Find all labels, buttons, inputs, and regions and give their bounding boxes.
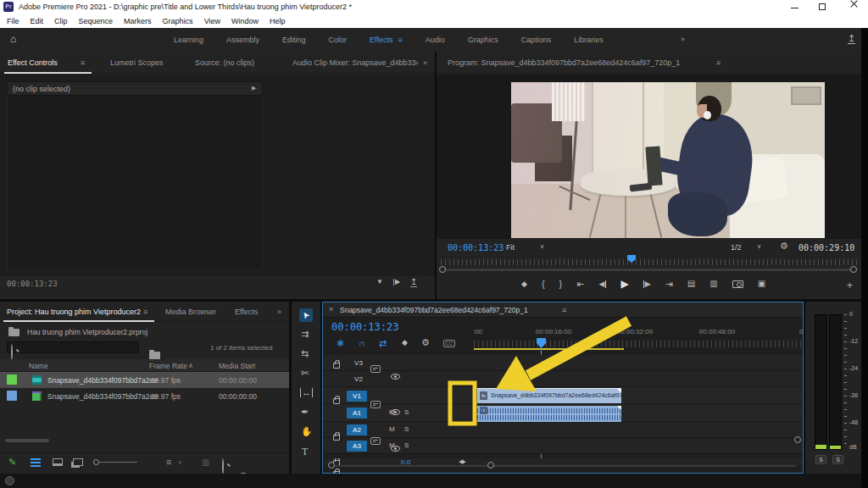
track-visibility-icon[interactable] xyxy=(391,374,400,380)
project-bin-icon[interactable] xyxy=(8,329,19,336)
video-clip[interactable]: fx Snapsave_d4bb334f097bbd7a2ee68ed424c6… xyxy=(477,388,621,403)
tab-learning[interactable]: Learning xyxy=(174,36,203,44)
captions-icon[interactable]: CC xyxy=(443,340,455,347)
track-a3-label[interactable]: A3 xyxy=(347,441,367,452)
type-tool-icon[interactable]: T xyxy=(302,446,308,457)
column-media-start[interactable]: Media Start xyxy=(219,362,255,370)
track-a2-label[interactable]: A2 xyxy=(347,424,367,435)
tab-effect-controls[interactable]: Effect Controls xyxy=(8,58,58,67)
creative-cloud-icon[interactable] xyxy=(5,476,14,485)
menu-view[interactable]: View xyxy=(204,17,220,25)
project-overflow-icon[interactable]: » xyxy=(277,308,281,316)
item-name[interactable]: Snapsave_d4bb334f097bbd7a2ee xyxy=(47,392,158,401)
pen-tool-icon[interactable]: ✒ xyxy=(301,408,309,417)
solo-button[interactable]: S xyxy=(404,408,409,416)
item-name[interactable]: Snapsave_d4bb334f097bbd7a2ee xyxy=(47,376,158,385)
selection-tool[interactable]: ➤ xyxy=(299,308,313,322)
nest-toggle-icon[interactable]: ❄ xyxy=(337,338,344,349)
audio-clip[interactable]: fx xyxy=(477,406,621,422)
tab-source[interactable]: Source: (no clips) xyxy=(195,58,254,67)
sort-icons-icon[interactable]: ≡ xyxy=(166,457,171,467)
project-hscrollbar[interactable] xyxy=(5,439,49,442)
solo-right-button[interactable]: S xyxy=(832,455,843,464)
keyframe-nav-icon[interactable]: ◀▶ xyxy=(459,458,465,465)
menu-help[interactable]: Help xyxy=(270,17,286,25)
export-frame-camera-icon[interactable] xyxy=(732,280,743,288)
mute-button[interactable]: M xyxy=(389,408,395,416)
list-view-icon[interactable] xyxy=(31,458,41,467)
timeline-tab-close-icon[interactable]: × xyxy=(329,305,333,313)
master-level-value[interactable]: 0.0 xyxy=(401,458,410,465)
hand-tool-icon[interactable]: ✋ xyxy=(301,427,313,436)
tab-effects[interactable]: Effects xyxy=(370,36,392,44)
twirl-arrow-icon[interactable]: ▶ xyxy=(252,85,256,92)
menu-graphics[interactable]: Graphics xyxy=(163,17,193,25)
program-ruler[interactable] xyxy=(441,259,857,265)
restore-button[interactable] xyxy=(819,3,826,10)
timeline-scroll-handle-mid[interactable] xyxy=(487,462,494,469)
program-scroll-handle-right[interactable] xyxy=(850,266,857,273)
minimize-button[interactable] xyxy=(791,8,798,8)
tab-graphics[interactable]: Graphics xyxy=(468,36,498,44)
writable-icon[interactable]: ✎ xyxy=(8,457,16,468)
step-back-icon[interactable]: ◀ xyxy=(599,280,607,288)
timeline-hscrollbar[interactable] xyxy=(330,465,796,467)
play-button-icon[interactable]: ▶ xyxy=(620,279,628,289)
solo-left-button[interactable]: S xyxy=(815,455,826,464)
program-settings-icon[interactable]: ⚙ xyxy=(780,241,788,251)
program-scroll-handle-left[interactable] xyxy=(439,266,446,273)
zoom-slider[interactable] xyxy=(95,462,137,463)
solo-button[interactable]: S xyxy=(404,425,409,433)
freeform-view-icon[interactable] xyxy=(73,458,83,466)
tab-color[interactable]: Color xyxy=(329,36,348,44)
menu-window[interactable]: Window xyxy=(231,17,259,25)
snap-toggle-icon[interactable]: ∩ xyxy=(359,338,365,348)
track-v1-label[interactable]: V1 xyxy=(347,391,367,402)
mute-button[interactable]: M xyxy=(389,425,395,433)
search-in-bin-icon[interactable] xyxy=(149,352,160,359)
timeline-tab-label[interactable]: Snapsave_d4bb334f097bbd7a2ee68ed424c6af9… xyxy=(340,306,528,314)
project-menu-icon[interactable]: ≡ xyxy=(143,308,147,316)
sort-ascending-icon[interactable]: ∧ xyxy=(188,362,193,369)
effect-controls-menu-icon[interactable]: ≡ xyxy=(81,58,85,67)
track-v3-label[interactable]: V3 xyxy=(350,359,367,367)
panel-overflow-icon[interactable]: » xyxy=(423,58,427,67)
timeline-menu-icon[interactable]: ≡ xyxy=(562,306,566,314)
tab-media-browser[interactable]: Media Browser xyxy=(165,308,216,316)
go-to-out-icon[interactable]: ⇥ xyxy=(665,280,673,289)
add-marker-icon[interactable]: ◆ xyxy=(521,280,527,288)
work-area-bar[interactable] xyxy=(474,348,624,350)
track-lock-icon[interactable] xyxy=(333,435,340,441)
mark-in-icon[interactable]: { xyxy=(542,280,545,289)
timeline-scroll-handle-left[interactable] xyxy=(328,462,335,469)
project-search-input[interactable] xyxy=(7,341,139,353)
icon-view-icon[interactable] xyxy=(53,458,63,466)
program-timecode[interactable]: 00:00:13:23 xyxy=(448,243,504,252)
timeline-vscroll-handle[interactable] xyxy=(794,436,801,443)
comparison-view-icon[interactable]: ▣ xyxy=(758,280,765,288)
quick-export-icon[interactable]: ↥ xyxy=(848,34,855,44)
source-patch-icon[interactable] xyxy=(370,365,381,373)
program-menu-icon[interactable]: ≡ xyxy=(716,58,721,67)
track-select-forward-tool-icon[interactable]: ⇉ xyxy=(301,330,309,339)
track-v2-label[interactable]: V2 xyxy=(350,375,367,383)
sort-caret-icon[interactable]: ∨ xyxy=(178,459,182,466)
play-around-icon[interactable]: ▶ xyxy=(393,279,400,286)
resolution-caret-icon[interactable]: ∨ xyxy=(757,243,761,250)
solo-button[interactable]: S xyxy=(404,441,409,449)
ripple-edit-tool-icon[interactable]: ⇆ xyxy=(301,349,309,358)
track-lock-icon[interactable] xyxy=(333,363,340,369)
source-patch-icon[interactable] xyxy=(370,437,381,445)
tab-audio[interactable]: Audio xyxy=(426,36,445,44)
timeline-timecode[interactable]: 00:00:13:23 xyxy=(331,321,398,333)
fit-select-caret-icon[interactable]: ∨ xyxy=(540,243,544,250)
timeline-marker-icon[interactable]: ◆ xyxy=(402,339,408,347)
label-chip[interactable] xyxy=(7,374,17,385)
step-forward-icon[interactable]: ▶ xyxy=(643,280,651,288)
menu-clip[interactable]: Clip xyxy=(54,17,68,25)
column-name[interactable]: Name xyxy=(29,362,48,370)
close-button[interactable] xyxy=(850,0,859,8)
mute-button[interactable]: M xyxy=(389,441,395,449)
workspace-overflow-icon[interactable]: » xyxy=(681,35,685,43)
timeline-settings-icon[interactable]: ⚙ xyxy=(421,338,430,347)
